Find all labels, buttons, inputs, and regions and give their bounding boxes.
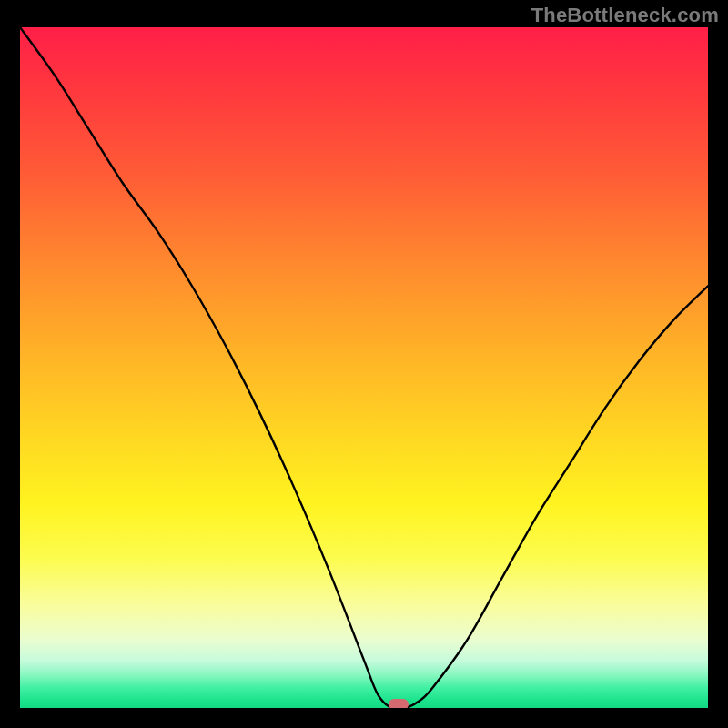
plot-area bbox=[20, 27, 708, 708]
bottleneck-curve bbox=[20, 27, 708, 708]
minimum-marker bbox=[389, 699, 409, 708]
chart-frame: TheBottleneck.com bbox=[0, 0, 728, 728]
watermark: TheBottleneck.com bbox=[531, 4, 719, 27]
